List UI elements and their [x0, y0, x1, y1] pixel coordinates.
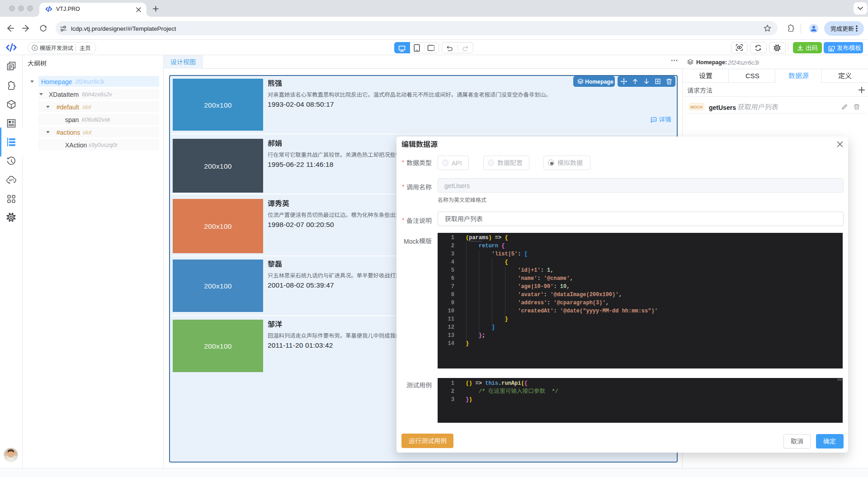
svg-text:API: API [9, 179, 14, 182]
